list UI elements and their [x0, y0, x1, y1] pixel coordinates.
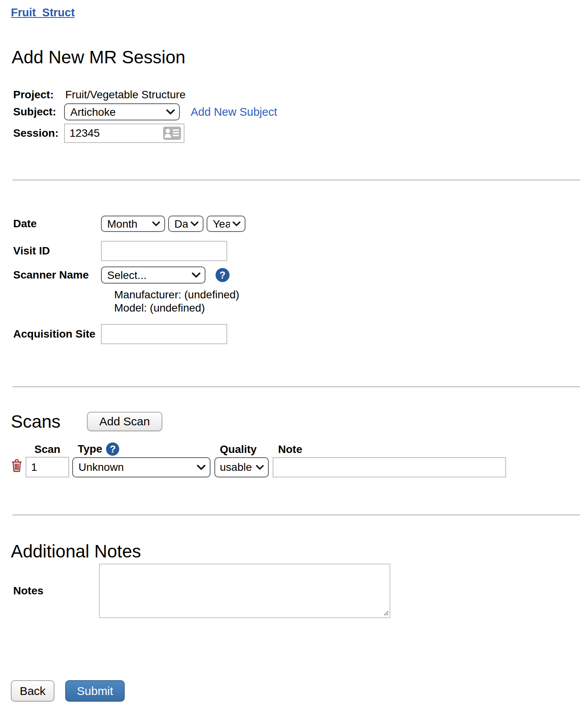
back-button[interactable]: Back	[11, 680, 54, 702]
date-label: Date	[13, 218, 101, 230]
scanner-name-label: Scanner Name	[13, 269, 101, 281]
year-select-wrap: Year	[207, 216, 245, 232]
scanner-help-icon[interactable]: ?	[216, 268, 230, 282]
section-divider	[12, 386, 580, 387]
scans-header: Scans Add Scan	[11, 411, 580, 432]
id-card-icon	[163, 126, 181, 140]
form-actions: Back Submit	[11, 680, 580, 702]
subject-row: Subject: Artichoke Add New Subject	[13, 103, 580, 120]
scans-heading: Scans	[11, 411, 61, 432]
page-title: Add New MR Session	[12, 47, 580, 67]
submit-button[interactable]: Submit	[65, 680, 125, 702]
type-help-icon[interactable]: ?	[106, 442, 119, 456]
type-column-header: Type ?	[72, 442, 210, 456]
year-select[interactable]: Year	[207, 216, 245, 232]
project-row: Project: Fruit/Vegetable Structure	[13, 88, 580, 102]
visit-id-label: Visit ID	[13, 245, 101, 257]
project-label: Project:	[13, 89, 64, 101]
session-row: Session:	[13, 124, 580, 143]
date-row: Date Month Day Year	[13, 216, 580, 232]
scanner-select-wrap: Select...	[101, 266, 205, 284]
acquisition-site-row: Acquisition Site	[13, 324, 580, 344]
acquisition-site-label: Acquisition Site	[13, 328, 101, 340]
day-select[interactable]: Day	[168, 216, 204, 232]
add-mr-session-page: Fruit_Struct Add New MR Session Project:…	[0, 0, 588, 713]
scanner-manufacturer-text: Manufacturer: (undefined)	[114, 288, 580, 301]
session-input-wrap	[64, 124, 184, 143]
month-select-wrap: Month	[101, 216, 165, 232]
additional-notes-heading: Additional Notes	[11, 541, 580, 561]
scanner-details: Manufacturer: (undefined) Model: (undefi…	[114, 288, 580, 315]
notes-textarea-wrap	[99, 564, 390, 618]
scan-quality-select-wrap: usable	[214, 457, 269, 477]
notes-label: Notes	[13, 585, 99, 597]
subject-label: Subject:	[13, 106, 64, 118]
breadcrumb: Fruit_Struct	[11, 6, 580, 19]
visit-id-input[interactable]	[101, 241, 227, 261]
breadcrumb-project-link[interactable]: Fruit_Struct	[11, 6, 75, 19]
visit-id-row: Visit ID	[13, 241, 580, 261]
scanner-model-text: Model: (undefined)	[114, 301, 580, 315]
scan-type-select[interactable]: Unknown	[72, 457, 210, 477]
scan-note-input[interactable]	[273, 457, 506, 477]
scan-column-header: Scan	[26, 443, 69, 456]
notes-textarea[interactable]	[99, 564, 390, 618]
quality-column-header: Quality	[214, 443, 269, 456]
month-select[interactable]: Month	[101, 216, 165, 232]
acquisition-site-input[interactable]	[101, 324, 227, 344]
add-scan-button[interactable]: Add Scan	[87, 412, 162, 431]
project-value: Fruit/Vegetable Structure	[65, 89, 186, 101]
day-select-wrap: Day	[168, 216, 204, 232]
scans-table: Scan Type ? Quality Note	[11, 442, 580, 478]
scan-quality-select[interactable]: usable	[214, 457, 269, 477]
subject-select-wrap: Artichoke	[64, 103, 180, 120]
scan-row: Unknown usable	[11, 456, 580, 478]
section-divider	[12, 514, 580, 515]
scans-table-header: Scan Type ? Quality Note	[11, 442, 580, 456]
subject-select[interactable]: Artichoke	[64, 103, 180, 120]
note-column-header: Note	[273, 443, 506, 456]
scanner-select[interactable]: Select...	[101, 266, 205, 284]
scanner-row: Scanner Name Select... ?	[13, 266, 580, 284]
section-divider	[12, 179, 580, 181]
scan-type-select-wrap: Unknown	[72, 457, 210, 477]
add-new-subject-link[interactable]: Add New Subject	[191, 106, 277, 118]
session-label: Session:	[13, 127, 64, 139]
notes-row: Notes	[13, 564, 580, 618]
resize-handle-icon[interactable]	[383, 610, 389, 616]
scan-number-input[interactable]	[26, 457, 69, 477]
trash-icon	[11, 459, 23, 475]
delete-scan-button[interactable]	[11, 459, 26, 475]
